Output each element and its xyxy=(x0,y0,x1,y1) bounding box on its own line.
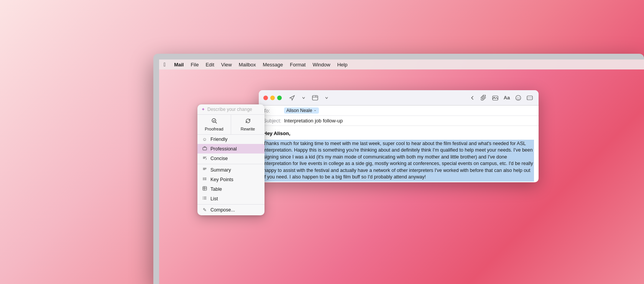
svg-point-3 xyxy=(516,95,521,100)
minimize-button[interactable] xyxy=(270,96,275,100)
traffic-lights xyxy=(263,96,282,100)
send-dropdown-icon[interactable] xyxy=(299,94,308,102)
photo-icon[interactable] xyxy=(491,94,499,102)
concise-label: Concise xyxy=(210,156,228,161)
svg-point-4 xyxy=(517,97,518,98)
compose-options-icon[interactable] xyxy=(311,94,319,102)
list-icon xyxy=(202,196,207,201)
menu-item-concise[interactable]: Concise xyxy=(197,154,264,163)
menubar-view[interactable]: View xyxy=(221,62,232,68)
menu-item-friendly[interactable]: ☺ Friendly xyxy=(197,135,264,144)
svg-rect-0 xyxy=(312,96,318,100)
menubar:  Mail File Edit View Mailbox Message Fo… xyxy=(159,59,644,69)
recipient-badge[interactable]: Alison Neale xyxy=(284,107,319,114)
menubar-message[interactable]: Message xyxy=(263,62,283,68)
menubar-window[interactable]: Window xyxy=(312,62,330,68)
menu-divider-2 xyxy=(197,204,264,205)
menu-divider xyxy=(197,164,264,164)
subject-value[interactable]: Interpretation job follow-up xyxy=(284,118,343,124)
rewrite-label: Rewrite xyxy=(241,127,255,131)
menubar-edit[interactable]: Edit xyxy=(205,62,214,68)
compose-options-dropdown[interactable] xyxy=(322,94,331,102)
table-label: Table xyxy=(210,187,222,192)
professional-icon xyxy=(202,146,207,152)
svg-point-7 xyxy=(528,97,529,98)
svg-point-14 xyxy=(203,180,204,180)
subject-label: Subject: xyxy=(263,118,283,124)
proofread-label: Proofread xyxy=(205,127,223,131)
subject-field-row: Subject: Interpretation job follow-up xyxy=(259,116,539,126)
proofread-button[interactable]: Proofread xyxy=(197,115,231,134)
friendly-icon: ☺ xyxy=(202,137,207,142)
svg-point-9 xyxy=(531,97,532,98)
mail-fields: To: Alison Neale Subject: Interpretation… xyxy=(259,106,539,126)
menu-item-professional[interactable]: Professional xyxy=(197,144,264,154)
ai-writing-popup: ✦ Describe your change Proofread xyxy=(197,104,264,215)
menubar-help[interactable]: Help xyxy=(337,62,348,68)
svg-point-5 xyxy=(519,97,519,98)
concise-icon xyxy=(202,155,207,161)
svg-rect-11 xyxy=(203,147,207,150)
rewrite-button[interactable]: Rewrite xyxy=(231,115,264,134)
menubar-format[interactable]: Format xyxy=(290,62,306,68)
mail-greeting: Hey Alison, xyxy=(263,130,534,137)
friendly-label: Friendly xyxy=(210,137,227,142)
font-icon[interactable]: Aa xyxy=(503,94,511,102)
svg-point-8 xyxy=(529,97,530,98)
mail-compose-window: Aa To: Alison Neale xyxy=(259,90,539,182)
ai-search-bar[interactable]: ✦ Describe your change xyxy=(197,104,264,115)
proofread-icon xyxy=(211,118,217,125)
compose-icon: ✎ xyxy=(202,207,207,213)
rewrite-icon xyxy=(245,118,251,125)
menu-item-summary[interactable]: Summary xyxy=(197,165,264,175)
summary-icon xyxy=(202,167,207,173)
more-icon[interactable] xyxy=(526,94,534,102)
ai-sparkle-icon: ✦ xyxy=(201,107,205,112)
menubar-mailbox[interactable]: Mailbox xyxy=(239,62,256,68)
recipient-name: Alison Neale xyxy=(286,108,312,113)
svg-point-12 xyxy=(203,178,204,178)
menubar-mail[interactable]: Mail xyxy=(174,62,184,68)
menu-item-list[interactable]: List xyxy=(197,194,264,203)
back-icon[interactable] xyxy=(468,94,476,102)
to-field-row: To: Alison Neale xyxy=(259,106,539,116)
to-label: To: xyxy=(263,108,283,114)
keypoints-label: Key Points xyxy=(210,177,233,182)
professional-label: Professional xyxy=(210,146,237,152)
maximize-button[interactable] xyxy=(277,96,282,100)
emoji-icon[interactable] xyxy=(514,94,522,102)
ai-actions-row: Proofread Rewrite xyxy=(197,115,264,135)
apple-menu[interactable]:  xyxy=(164,61,166,68)
summary-label: Summary xyxy=(210,167,231,173)
ai-search-placeholder: Describe your change xyxy=(207,107,252,112)
table-icon xyxy=(202,186,207,192)
svg-rect-15 xyxy=(203,187,207,190)
menu-item-table[interactable]: Table xyxy=(197,184,264,194)
mail-body[interactable]: Hey Alison, Thanks much for taking time … xyxy=(259,126,539,182)
svg-point-13 xyxy=(203,178,204,179)
send-icon[interactable] xyxy=(288,94,296,102)
attachment-icon[interactable] xyxy=(480,94,488,102)
close-button[interactable] xyxy=(263,96,268,100)
compose-label: Compose... xyxy=(210,207,235,213)
mail-toolbar: Aa xyxy=(259,90,539,106)
list-label: List xyxy=(210,196,218,201)
menu-item-keypoints[interactable]: Key Points xyxy=(197,175,264,184)
menu-item-compose[interactable]: ✎ Compose... xyxy=(197,205,264,215)
menubar-file[interactable]: File xyxy=(191,62,199,68)
keypoints-icon xyxy=(202,177,207,182)
mail-body-text: Thanks much for taking time to meet with… xyxy=(263,140,534,182)
